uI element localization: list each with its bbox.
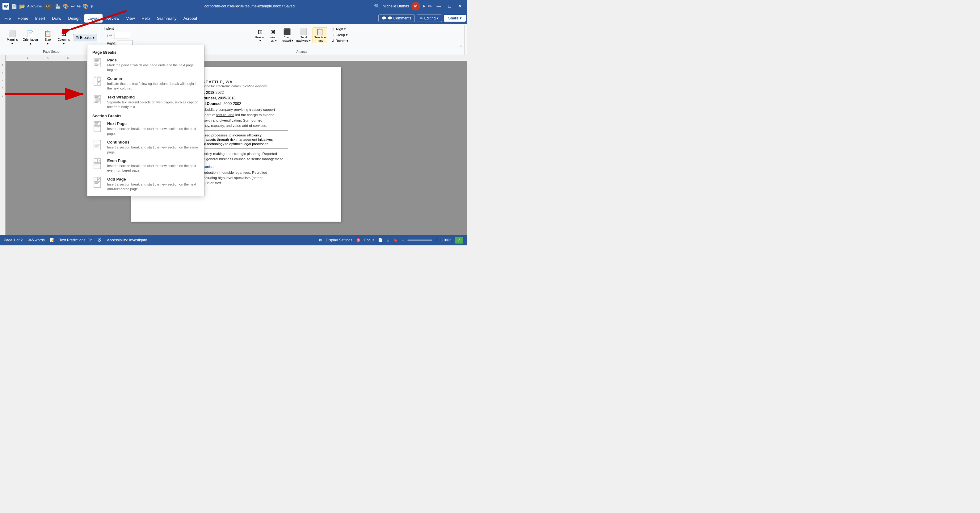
- view-icon-2[interactable]: ⊞: [387, 238, 390, 242]
- columns-button[interactable]: ⊞ Columns ▾: [56, 29, 72, 47]
- send-backward-button[interactable]: ⬜ Send Backward ▾: [295, 27, 312, 43]
- display-settings-label[interactable]: Display Settings: [326, 238, 352, 242]
- dropdown-odd-page-break[interactable]: -1- -3- Odd Page Insert a section break …: [88, 175, 204, 194]
- dropdown-text-wrap-break[interactable]: Text Wrapping Separate text around objec…: [88, 93, 204, 111]
- maximize-button[interactable]: □: [446, 2, 453, 10]
- svg-rect-50: [94, 183, 99, 183]
- indent-left-input[interactable]: [115, 33, 130, 39]
- rotate-icon: ↺: [331, 39, 334, 43]
- comments-button[interactable]: 💬 💬 Comments: [379, 14, 415, 22]
- arrange-sub-buttons: ⊟ Align ▾ ⊞ Group ▾ ↺ Rotate ▾: [330, 27, 349, 43]
- accessibility-label: Accessibility: Investigate: [107, 238, 147, 242]
- continuous-break-name: Continuous: [107, 140, 199, 145]
- svg-rect-10: [94, 79, 96, 79]
- new-doc-icon[interactable]: 📄: [11, 3, 17, 9]
- dropdown-continuous-break[interactable]: Continuous Insert a section break and st…: [88, 138, 204, 157]
- orientation-button[interactable]: 📄 Orientation ▾: [21, 29, 40, 47]
- group-button[interactable]: ⊞ Group ▾: [330, 32, 349, 38]
- text-predictions: Text Predictions: On: [59, 238, 92, 242]
- even-page-break-text: Even Page Insert a section break and sta…: [107, 158, 199, 173]
- focus-label[interactable]: Focus: [364, 238, 375, 242]
- svg-rect-26: [94, 124, 98, 125]
- word-count: 945 words: [27, 238, 45, 242]
- selection-pane-button[interactable]: 📋 Selection Pane: [313, 27, 327, 43]
- svg-rect-7: [94, 77, 97, 86]
- orientation-icon: 📄: [27, 30, 34, 37]
- dropdown-page-break[interactable]: Page Mark the point at which one page en…: [88, 56, 204, 75]
- editing-button[interactable]: ✏ Editing ▾: [417, 14, 442, 22]
- diamond-icon[interactable]: ♦: [423, 3, 425, 9]
- designer-icon[interactable]: 🎨: [63, 3, 69, 9]
- page-indicator: Page 1 of 2: [4, 238, 22, 242]
- dropdown-next-page-break[interactable]: Next Page Insert a section break and sta…: [88, 119, 204, 138]
- view-icon-1[interactable]: 📄: [378, 238, 383, 242]
- text-wrap-break-name: Text Wrapping: [107, 95, 199, 99]
- align-icon: ⊟: [331, 27, 334, 31]
- wrap-text-icon: ⊠: [270, 28, 275, 35]
- accessibility-icon: ♿: [97, 238, 102, 242]
- theme-icon[interactable]: 🎨: [83, 3, 89, 9]
- page-setup-label: Page Setup: [43, 49, 59, 53]
- undo-icon[interactable]: ↩: [71, 3, 75, 9]
- menu-file[interactable]: File: [1, 14, 14, 22]
- dropdown-column-break[interactable]: Column Indicate that the text following …: [88, 75, 204, 93]
- svg-rect-27: [94, 127, 99, 127]
- size-button[interactable]: 📋 Size ▾: [41, 29, 55, 47]
- menu-review[interactable]: Review: [103, 14, 123, 22]
- minimize-button[interactable]: —: [434, 2, 444, 10]
- bring-forward-button[interactable]: ⬛ Bring Forward ▾: [280, 27, 295, 43]
- odd-page-break-desc: Insert a section break and start the new…: [107, 182, 199, 192]
- menu-design[interactable]: Design: [65, 14, 84, 22]
- save-icon[interactable]: 💾: [55, 3, 61, 9]
- page-break-icon: [92, 58, 103, 69]
- checkmark-button[interactable]: ✓: [455, 237, 463, 243]
- dropdown-even-page-break[interactable]: -2- -4- Even Page Insert a section break…: [88, 157, 204, 175]
- svg-text:-2-: -2-: [94, 160, 97, 162]
- svg-text:-1-: -1-: [95, 178, 98, 180]
- align-button[interactable]: ⊟ Align ▾: [330, 27, 349, 32]
- search-title-icon[interactable]: 🔍: [374, 3, 380, 9]
- close-button[interactable]: ✕: [456, 2, 465, 10]
- next-page-break-text: Next Page Insert a section break and sta…: [107, 121, 199, 136]
- column-break-name: Column: [107, 76, 199, 81]
- even-page-break-desc: Insert a section break and start the new…: [107, 164, 199, 173]
- position-icon: ⊞: [258, 28, 263, 35]
- odd-page-break-icon: -1- -3-: [92, 177, 103, 188]
- rotate-button[interactable]: ↺ Rotate ▾: [330, 38, 349, 43]
- redo-icon[interactable]: ↪: [76, 3, 81, 9]
- margins-button[interactable]: ⬜ Margins ▾: [5, 29, 20, 47]
- status-bar: Page 1 of 2 945 words 📝 Text Predictions…: [0, 235, 467, 245]
- user-avatar[interactable]: M: [411, 2, 420, 11]
- svg-rect-25: [94, 123, 98, 124]
- status-bar-right: 🖥 Display Settings 🎯 Focus 📄 ⊞ 🔖 − + 100…: [318, 237, 463, 243]
- open-icon[interactable]: 📂: [19, 3, 25, 9]
- svg-rect-33: [94, 143, 98, 143]
- doc-scroll-area[interactable]: ME LARGE COMPANY – SEATTLE, WA evelopmen…: [6, 61, 467, 235]
- page-break-name: Page: [107, 58, 199, 62]
- zoom-slider[interactable]: [407, 240, 432, 241]
- svg-rect-2: [94, 59, 99, 60]
- menu-grammarly[interactable]: Grammarly: [153, 14, 180, 22]
- svg-rect-24: [94, 122, 99, 123]
- view-icon-3[interactable]: 🔖: [393, 238, 398, 242]
- zoom-out-icon[interactable]: −: [401, 238, 404, 242]
- menu-layout[interactable]: Layout: [84, 14, 103, 22]
- svg-rect-51: [94, 183, 98, 184]
- menu-acrobat[interactable]: Acrobat: [180, 14, 200, 22]
- breaks-button[interactable]: ⊟ Breaks ▾: [73, 34, 97, 41]
- group-icon: ⊞: [331, 33, 334, 37]
- menu-help[interactable]: Help: [139, 14, 153, 22]
- wrap-text-button[interactable]: ⊠ Wrap Text ▾: [267, 27, 279, 43]
- menu-home[interactable]: Home: [14, 14, 32, 22]
- autosave-toggle[interactable]: Off: [44, 4, 53, 9]
- share-button[interactable]: Share ▾: [444, 15, 466, 22]
- menu-draw[interactable]: Draw: [49, 14, 64, 22]
- zoom-in-icon[interactable]: +: [436, 238, 438, 242]
- position-button[interactable]: ⊞ Position ▾: [254, 27, 267, 43]
- pen-icon[interactable]: ✏: [428, 3, 432, 9]
- menu-view[interactable]: View: [123, 14, 138, 22]
- menu-insert[interactable]: Insert: [32, 14, 48, 22]
- collapse-icon[interactable]: ▾: [460, 44, 462, 48]
- more-icon[interactable]: ▾: [91, 3, 93, 9]
- title-bar-right: 🔍 Michelle Dumas M ♦ ✏ — □ ✕: [374, 2, 465, 11]
